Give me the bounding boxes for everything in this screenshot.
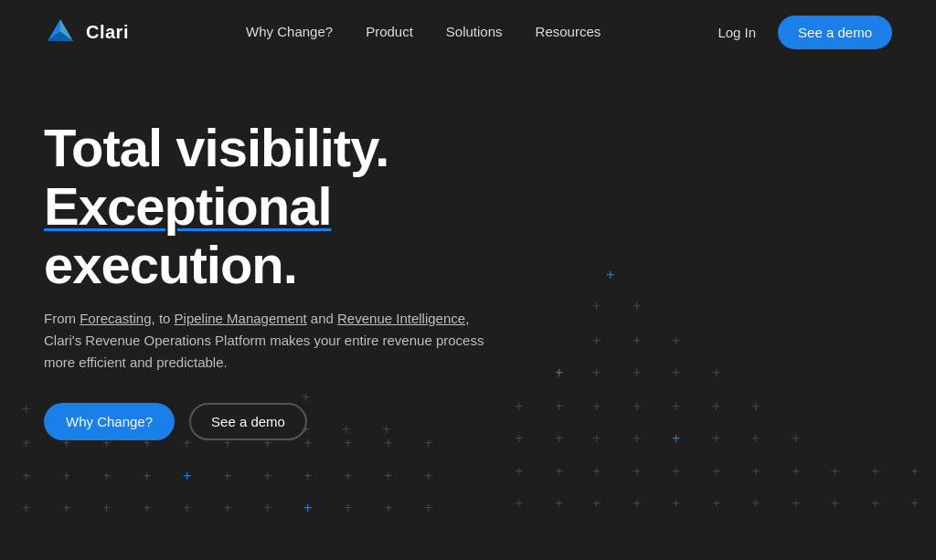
nav-right: Log In See a demo [718, 16, 892, 49]
forecasting-link[interactable]: Forecasting [80, 311, 151, 326]
clari-logo-icon [44, 16, 77, 48]
hero-title-line1: Total visibility. [44, 118, 388, 177]
navbar: Clari Why Change? Product Solutions Reso… [0, 0, 936, 64]
revenue-link[interactable]: Revenue Intelligence [337, 311, 465, 326]
brand-name: Clari [86, 22, 129, 43]
pipeline-link[interactable]: Pipeline Management [175, 311, 307, 326]
login-link[interactable]: Log In [718, 25, 756, 40]
nav-item-solutions[interactable]: Solutions [446, 24, 503, 40]
hero-buttons: Why Change? See a demo [44, 403, 574, 440]
see-demo-button[interactable]: See a demo [189, 403, 307, 440]
why-change-button[interactable]: Why Change? [44, 403, 175, 440]
logo[interactable]: Clari [44, 16, 129, 48]
hero-section: ++++++++++++++++++++++++++++++++++++++++… [0, 64, 936, 560]
hero-content: Total visibility. Exceptional execution.… [44, 119, 574, 440]
nav-item-product[interactable]: Product [366, 24, 413, 40]
hero-title-exceptional: Exceptional [44, 176, 332, 236]
nav-demo-button[interactable]: See a demo [778, 16, 892, 49]
nav-item-resources[interactable]: Resources [536, 24, 601, 40]
hero-title: Total visibility. Exceptional execution. [44, 119, 574, 293]
hero-title-execution: execution. [44, 235, 297, 294]
nav-links: Why Change? Product Solutions Resources [246, 24, 601, 40]
hero-subtitle: From Forecasting, to Pipeline Management… [44, 308, 501, 374]
nav-item-why-change[interactable]: Why Change? [246, 24, 333, 40]
